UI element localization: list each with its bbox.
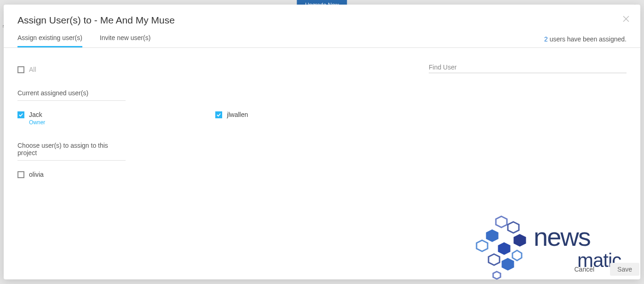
cancel-button[interactable]: Cancel [567,263,602,276]
title-prefix: Assign User(s) to - [17,15,100,25]
select-all-checkbox[interactable] [17,66,24,73]
close-icon[interactable] [622,15,630,25]
modal-footer-buttons: Cancel Save [567,263,639,276]
assign-users-modal: Assign User(s) to - Me And My Muse Assig… [4,5,640,279]
select-all-row: All [17,66,36,73]
user-checkbox[interactable] [17,171,24,178]
user-checkbox[interactable] [17,111,24,118]
user-name: Jack [29,111,45,118]
tab-assign-existing[interactable]: Assign existing user(s) [17,34,82,47]
tab-invite-new[interactable]: Invite new user(s) [100,34,150,47]
modal-footer [4,266,640,279]
assigned-user-item: Jack Owner [17,111,45,126]
assigned-message: 2 users have been assigned. [544,35,627,47]
tabs: Assign existing user(s) Invite new user(… [17,34,150,47]
top-row: All [17,62,627,73]
user-role: Owner [29,119,45,126]
assigned-suffix: users have been assigned. [548,35,627,43]
current-assigned-header: Current assigned user(s) [17,89,126,101]
user-name: olivia [29,171,44,178]
find-user-field [429,62,627,73]
user-name: jlwallen [227,111,248,118]
tabs-row: Assign existing user(s) Invite new user(… [4,26,640,48]
user-checkbox[interactable] [215,111,222,118]
assigned-count: 2 [544,35,548,43]
select-all-label: All [29,66,36,73]
title-target: Me And My Muse [100,15,175,25]
save-button[interactable]: Save [610,263,639,276]
available-user-item: olivia [17,171,627,178]
modal-header: Assign User(s) to - Me And My Muse [4,5,640,26]
choose-users-header: Choose user(s) to assign to this project [17,142,126,161]
modal-title: Assign User(s) to - Me And My Muse [17,15,627,26]
find-user-input[interactable] [429,62,627,73]
available-user-list: olivia [17,171,627,178]
modal-body: All Current assigned user(s) Jack Owner [4,48,640,266]
assigned-user-list: Jack Owner jlwallen [17,111,627,126]
assigned-user-item: jlwallen [215,111,248,126]
